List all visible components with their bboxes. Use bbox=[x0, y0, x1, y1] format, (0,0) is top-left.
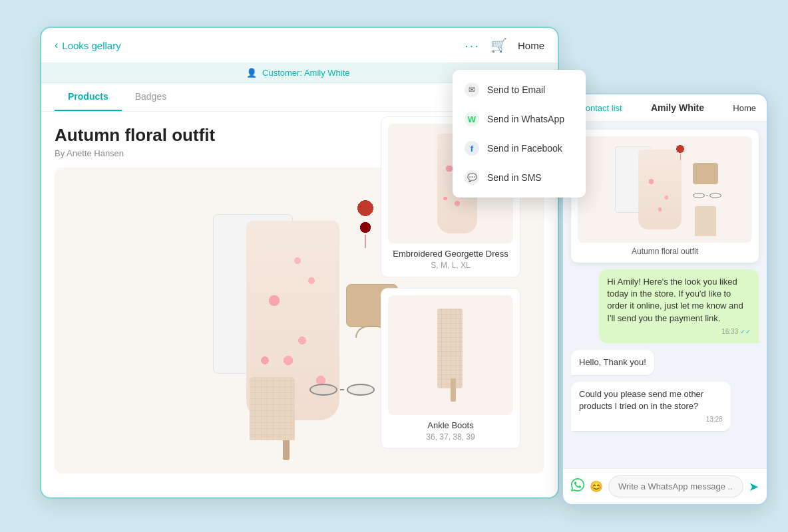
more-options-icon[interactable]: ··· bbox=[465, 38, 480, 53]
email-icon: ✉ bbox=[465, 82, 479, 97]
chat-body: Autumn floral outfit Hi Amily! Here's th… bbox=[563, 122, 767, 468]
chat-message-received-2-time: 13:28 bbox=[579, 415, 723, 424]
sunglasses-item bbox=[309, 384, 375, 396]
chat-footer: 😊 ➤ bbox=[563, 468, 767, 504]
main-header: ‹ Looks gellary ··· 🛒 Home bbox=[41, 28, 558, 63]
facebook-icon: f bbox=[465, 141, 479, 156]
earrings-item bbox=[355, 198, 376, 248]
mini-sunglasses bbox=[693, 193, 721, 198]
outfit-illustration bbox=[193, 181, 406, 460]
chat-message-sent-1: Hi Amily! Here's the look you liked toda… bbox=[599, 269, 759, 343]
emoji-icon[interactable]: 😊 bbox=[590, 480, 603, 493]
chat-message-sent-1-text: Hi Amily! Here's the look you liked toda… bbox=[607, 277, 743, 323]
share-sms-label: Send in SMS bbox=[487, 172, 542, 183]
back-arrow-icon: ‹ bbox=[55, 39, 58, 51]
chat-home-link[interactable]: Home bbox=[733, 103, 756, 113]
share-whatsapp-item[interactable]: W Send in WhatsApp bbox=[453, 104, 586, 134]
share-email-label: Send to Email bbox=[487, 84, 545, 95]
chat-message-received-1: Hello, Thank you! bbox=[571, 350, 654, 375]
product-card-boot-image bbox=[388, 295, 513, 415]
whatsapp-brand-icon bbox=[571, 478, 584, 495]
chat-message-received-2-text: Could you please send me other products … bbox=[579, 389, 703, 411]
tab-products[interactable]: Products bbox=[55, 83, 122, 111]
chat-message-received-1-text: Hello, Thank you! bbox=[579, 357, 646, 367]
chat-message-input[interactable] bbox=[608, 475, 743, 497]
sms-icon: 💬 bbox=[465, 170, 479, 185]
header-icons: ··· 🛒 Home bbox=[465, 37, 544, 53]
back-link[interactable]: ‹ Looks gellary bbox=[55, 39, 121, 51]
chat-header: ‹ Contact list Amily White Home bbox=[563, 94, 767, 122]
chat-message-sent-1-time: 16:33 ✓✓ bbox=[607, 327, 751, 336]
product-title: Autumn floral outfit bbox=[55, 125, 215, 146]
app-title: Looks gellary bbox=[62, 40, 120, 51]
share-facebook-item[interactable]: f Send in Facebook bbox=[453, 134, 586, 163]
product-card-boot-sizes: 36, 37, 38, 39 bbox=[388, 432, 513, 442]
mini-outfit-illustration bbox=[608, 143, 721, 236]
chat-outfit-card: Autumn floral outfit bbox=[571, 130, 759, 263]
customer-icon: 👤 bbox=[246, 68, 257, 78]
whatsapp-icon: W bbox=[465, 112, 479, 126]
product-card-dress-name: Embroidered Georgette Dress bbox=[388, 249, 513, 259]
tab-badges[interactable]: Badges bbox=[122, 83, 180, 111]
share-dropdown: ✉ Send to Email W Send in WhatsApp f Sen… bbox=[453, 70, 586, 198]
customer-label: Customer: Amily White bbox=[262, 68, 349, 78]
cart-icon[interactable]: 🛒 bbox=[491, 37, 507, 53]
share-email-item[interactable]: ✉ Send to Email bbox=[453, 75, 586, 104]
product-card-dress-sizes: S, M, L, XL bbox=[388, 261, 513, 270]
send-button[interactable]: ➤ bbox=[749, 479, 759, 494]
share-whatsapp-label: Send in WhatsApp bbox=[487, 114, 564, 124]
product-card-boot[interactable]: Ankle Boots 36, 37, 38, 39 bbox=[381, 288, 520, 449]
chat-contact-name: Amily White bbox=[651, 102, 704, 113]
chat-outfit-image bbox=[578, 136, 752, 243]
ankle-boot-item bbox=[250, 377, 295, 460]
read-receipt-icon: ✓✓ bbox=[740, 328, 751, 335]
tabs-container: Products Badges bbox=[55, 83, 180, 111]
share-sms-item[interactable]: 💬 Send in SMS bbox=[453, 163, 586, 192]
product-author: By Anette Hansen bbox=[55, 148, 124, 158]
share-facebook-label: Send in Facebook bbox=[487, 143, 562, 154]
chat-outfit-title: Autumn floral outfit bbox=[578, 247, 752, 256]
home-link[interactable]: Home bbox=[518, 40, 544, 51]
chat-message-received-2: Could you please send me other products … bbox=[571, 382, 731, 431]
chat-window: ‹ Contact list Amily White Home bbox=[562, 93, 768, 505]
mini-earring bbox=[676, 144, 685, 160]
product-card-boot-name: Ankle Boots bbox=[388, 420, 513, 430]
card-boot-illustration bbox=[431, 309, 471, 402]
